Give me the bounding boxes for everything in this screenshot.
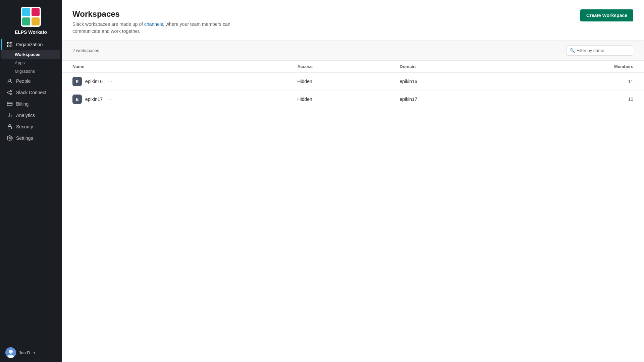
- main-content: Workspaces Slack workspaces are made up …: [62, 0, 644, 362]
- sidebar-item-migrations[interactable]: Migrations: [1, 67, 60, 75]
- card-icon: [7, 101, 13, 107]
- ws-members: 11: [505, 73, 644, 90]
- sidebar-item-label-people: People: [16, 78, 31, 84]
- svg-point-10: [10, 90, 12, 92]
- grid-icon: [7, 42, 13, 48]
- ws-avatar: E: [72, 77, 82, 86]
- ws-name: epikin17: [85, 97, 103, 102]
- sidebar-item-label-analytics: Analytics: [16, 113, 35, 118]
- table-header: Name Access Domain Members: [62, 61, 644, 73]
- workspaces-table: Name Access Domain Members E epikin16 ··…: [62, 61, 644, 108]
- svg-point-12: [10, 94, 12, 95]
- page-header: Workspaces Slack workspaces are made up …: [62, 0, 644, 41]
- col-header-name: Name: [62, 61, 292, 73]
- col-header-domain: Domain: [394, 61, 505, 73]
- gear-icon: [7, 135, 13, 141]
- sidebar-item-label-security: Security: [16, 124, 33, 129]
- svg-rect-2: [32, 8, 40, 16]
- svg-line-14: [9, 91, 10, 92]
- sidebar-item-analytics[interactable]: Analytics: [1, 110, 60, 121]
- sidebar-item-label-settings: Settings: [16, 135, 33, 141]
- svg-rect-20: [8, 126, 12, 129]
- svg-point-11: [7, 92, 9, 94]
- svg-rect-5: [7, 42, 9, 44]
- ws-name: epikin16: [85, 79, 103, 84]
- svg-rect-15: [7, 102, 12, 106]
- user-name: Jan D: [19, 350, 30, 355]
- person-icon: [7, 78, 13, 84]
- ws-avatar: E: [72, 95, 82, 104]
- sidebar-item-label-organization: Organization: [16, 42, 43, 47]
- svg-point-21: [9, 137, 11, 139]
- ws-access: Hidden: [292, 73, 394, 90]
- sidebar-nav: Organization Workspaces Apps Migrations …: [0, 39, 62, 343]
- svg-line-13: [9, 93, 10, 94]
- svg-point-9: [9, 79, 11, 81]
- sidebar-item-slack-connect[interactable]: Slack Connect: [1, 87, 60, 98]
- ws-members: 10: [505, 90, 644, 108]
- lock-icon: [7, 124, 13, 130]
- svg-rect-1: [22, 8, 30, 16]
- svg-rect-7: [7, 45, 9, 47]
- share-icon: [7, 89, 13, 96]
- sidebar-item-label-billing: Billing: [16, 101, 29, 107]
- main-body: 2 workspaces 🔍 Name Access Domain Member…: [62, 41, 644, 362]
- sidebar-subitem-label-apps: Apps: [15, 60, 25, 65]
- user-menu[interactable]: Jan D ▾: [0, 343, 62, 362]
- workspace-count: 2 workspaces: [72, 48, 99, 53]
- sidebar-subitem-label-workspaces: Workspaces: [15, 52, 40, 57]
- page-title: Workspaces: [72, 9, 247, 19]
- ws-name-cell: E epikin17 ···: [62, 90, 292, 108]
- filter-input[interactable]: [566, 45, 633, 56]
- search-icon: 🔍: [570, 48, 575, 53]
- table-body: E epikin16 ··· Hidden epikin16 11 E epik…: [62, 73, 644, 108]
- ws-more-button[interactable]: ···: [105, 77, 115, 86]
- col-header-members: Members: [505, 61, 644, 73]
- ws-domain: epikin16: [394, 73, 505, 90]
- sidebar-item-workspaces[interactable]: Workspaces: [1, 50, 60, 59]
- filter-wrapper: 🔍: [566, 45, 633, 56]
- ws-domain: epikin17: [394, 90, 505, 108]
- sidebar-item-organization[interactable]: Organization: [1, 39, 60, 50]
- svg-rect-8: [10, 45, 12, 47]
- channels-link[interactable]: channels: [144, 21, 163, 27]
- svg-rect-6: [10, 42, 12, 44]
- ws-access: Hidden: [292, 90, 394, 108]
- header-text: Workspaces Slack workspaces are made up …: [72, 9, 247, 35]
- avatar: [5, 347, 16, 358]
- chart-icon: [7, 112, 13, 118]
- ws-name-cell: E epikin16 ···: [62, 73, 292, 90]
- subtitle-text-1: Slack workspaces are made up of: [72, 21, 144, 27]
- sidebar: ELPS Workato Organization Workspaces App…: [0, 0, 62, 362]
- sidebar-subitem-label-migrations: Migrations: [15, 69, 35, 74]
- app-logo: [21, 7, 41, 27]
- table-row: E epikin17 ··· Hidden epikin17 10: [62, 90, 644, 108]
- ws-more-button[interactable]: ···: [105, 95, 115, 104]
- sidebar-item-people[interactable]: People: [1, 75, 60, 87]
- svg-rect-4: [32, 17, 40, 25]
- svg-rect-3: [22, 17, 30, 25]
- sidebar-item-settings[interactable]: Settings: [1, 132, 60, 144]
- svg-point-23: [9, 350, 13, 354]
- sidebar-item-label-slack-connect: Slack Connect: [16, 90, 46, 95]
- org-name: ELPS Workato: [15, 29, 47, 35]
- sidebar-item-apps[interactable]: Apps: [1, 59, 60, 67]
- chevron-down-icon: ▾: [34, 351, 35, 355]
- page-subtitle: Slack workspaces are made up of channels…: [72, 21, 247, 35]
- toolbar: 2 workspaces 🔍: [62, 41, 644, 61]
- sidebar-item-billing[interactable]: Billing: [1, 98, 60, 110]
- table-row: E epikin16 ··· Hidden epikin16 11: [62, 73, 644, 90]
- sidebar-item-security[interactable]: Security: [1, 121, 60, 132]
- col-header-access: Access: [292, 61, 394, 73]
- create-workspace-button[interactable]: Create Workspace: [580, 9, 633, 21]
- sidebar-logo: ELPS Workato: [0, 0, 62, 39]
